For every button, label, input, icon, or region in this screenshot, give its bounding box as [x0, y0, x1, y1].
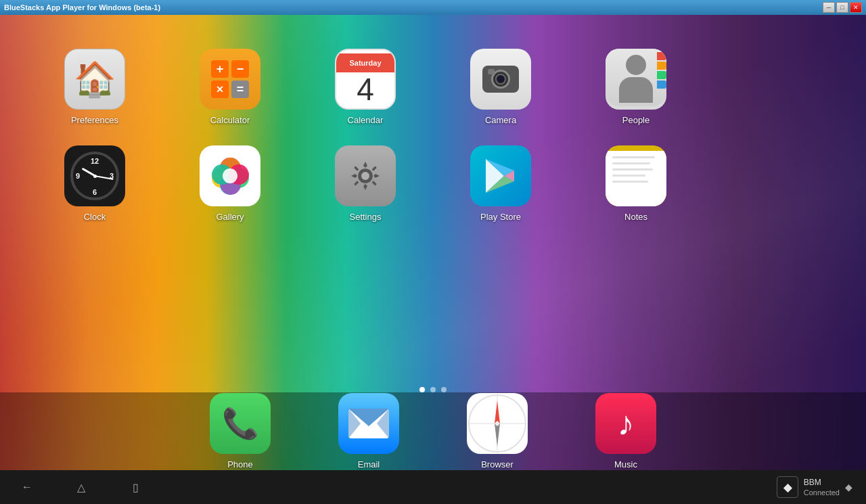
- calc-grid: + − × =: [211, 60, 249, 98]
- bbm-info: BBM Connected: [804, 478, 840, 497]
- dock-item-browser[interactable]: Browser: [460, 386, 534, 476]
- app-item-camera[interactable]: Camera: [433, 42, 568, 132]
- app-item-preferences[interactable]: 🏠 Preferences: [27, 42, 162, 132]
- dock: 📞 Phone Email: [0, 392, 866, 470]
- clock-face: 12 3 6 9: [70, 152, 119, 200]
- person-main: [619, 55, 653, 103]
- dock-item-phone[interactable]: 📞 Phone: [203, 386, 277, 476]
- restore-button[interactable]: □: [836, 2, 848, 13]
- bbm-icon: ◆: [777, 476, 798, 498]
- clock-label: Clock: [84, 212, 106, 222]
- phone-symbol: 📞: [222, 406, 259, 441]
- recents-button[interactable]: ▯: [122, 477, 149, 497]
- notes-icon: [606, 145, 666, 206]
- settings-icon: [335, 145, 396, 206]
- titlebar-controls: ─ □ ✕: [823, 2, 862, 13]
- calendar-date: 4: [357, 74, 374, 105]
- note-line-2: [612, 162, 650, 164]
- camera-body: [482, 66, 519, 93]
- people-label: People: [622, 115, 650, 125]
- page-dot-3[interactable]: [441, 387, 447, 392]
- notes-body: [606, 151, 666, 206]
- app-item-calculator[interactable]: + − × = Calculator: [162, 42, 298, 132]
- app-item-calendar[interactable]: Saturday 4 Calendar: [298, 42, 433, 132]
- gallery-flower: [208, 154, 252, 198]
- app-item-settings[interactable]: Settings: [298, 139, 433, 229]
- dock-item-email[interactable]: Email: [332, 386, 406, 476]
- preferences-label: Preferences: [71, 115, 118, 125]
- page-dot-1[interactable]: [419, 387, 425, 392]
- calculator-icon: + − × =: [200, 49, 260, 110]
- gallery-label: Gallery: [216, 212, 244, 222]
- system-bar: ← △ ▯ ◆ BBM Connected ◆: [0, 470, 866, 504]
- titlebar-title: BlueStacks App Player for Windows (beta-…: [4, 3, 160, 12]
- phone-label: Phone: [227, 459, 253, 469]
- music-label: Music: [614, 459, 637, 469]
- main-app-area: 🏠 Preferences + − × = Calculator Saturda…: [0, 15, 866, 504]
- people-icon: [606, 49, 666, 110]
- titlebar: BlueStacks App Player for Windows (beta-…: [0, 0, 866, 15]
- calc-plus: +: [211, 60, 229, 78]
- calendar-label: Calendar: [348, 115, 384, 125]
- clock-icon: 12 3 6 9: [64, 145, 125, 206]
- notes-label: Notes: [624, 212, 647, 222]
- email-icon: [338, 393, 399, 454]
- calc-times: ×: [211, 81, 229, 98]
- gear-svg: [345, 156, 386, 196]
- page-indicators: [419, 387, 447, 392]
- bbm-status: Connected: [804, 488, 840, 497]
- playstore-label: Play Store: [480, 212, 521, 222]
- back-button[interactable]: ←: [14, 477, 41, 497]
- clock-num-9: 9: [76, 172, 80, 180]
- camera-flash: [488, 69, 495, 74]
- minimize-button[interactable]: ─: [823, 2, 835, 13]
- person-head: [626, 55, 646, 75]
- calculator-label: Calculator: [210, 115, 250, 125]
- bbm-logo: ◆: [783, 481, 792, 494]
- playstore-svg: [480, 156, 521, 196]
- app-grid: 🏠 Preferences + − × = Calculator Saturda…: [0, 28, 866, 262]
- clock-num-12: 12: [91, 157, 99, 165]
- calendar-icon: Saturday 4: [335, 49, 396, 110]
- browser-svg: [468, 394, 527, 453]
- camera-icon: [470, 49, 531, 110]
- email-label: Email: [358, 459, 380, 469]
- people-bg: [606, 49, 666, 106]
- clock-num-6: 6: [93, 188, 97, 196]
- music-icon: ♪: [595, 393, 656, 454]
- notes-top-bar: [606, 145, 666, 151]
- camera-label: Camera: [485, 115, 516, 125]
- browser-icon: [467, 393, 528, 454]
- dock-item-music[interactable]: ♪ Music: [589, 386, 663, 476]
- note-line-5: [612, 181, 648, 183]
- preferences-icon: 🏠: [64, 49, 125, 110]
- email-svg: [348, 409, 389, 438]
- app-item-gallery[interactable]: Gallery: [162, 139, 298, 229]
- music-note: ♪: [618, 404, 635, 443]
- settings-label: Settings: [350, 212, 382, 222]
- gallery-icon: [200, 145, 260, 206]
- close-button[interactable]: ✕: [850, 2, 862, 13]
- home-button[interactable]: △: [68, 477, 95, 497]
- app-item-people[interactable]: People: [568, 42, 704, 132]
- calc-minus: −: [231, 60, 249, 78]
- svg-point-1: [361, 172, 369, 180]
- contact-tabs: [657, 52, 666, 89]
- bbm-area: ◆ BBM Connected ◆: [777, 476, 852, 498]
- calc-equals: =: [231, 81, 249, 98]
- house-icon: 🏠: [74, 62, 116, 96]
- nav-buttons: ← △ ▯: [14, 477, 149, 497]
- note-line-3: [612, 168, 653, 170]
- clock-center: [93, 175, 97, 178]
- page-dot-2[interactable]: [430, 387, 436, 392]
- app-item-notes[interactable]: Notes: [568, 139, 704, 229]
- bbm-notification-icon: ◆: [845, 482, 852, 492]
- app-item-playstore[interactable]: Play Store: [433, 139, 568, 229]
- browser-label: Browser: [481, 459, 514, 469]
- phone-icon: 📞: [210, 393, 271, 454]
- camera-lens-inner: [495, 74, 506, 85]
- app-item-clock[interactable]: 12 3 6 9 Clock: [27, 139, 162, 229]
- note-line-1: [612, 156, 655, 158]
- person-body: [619, 77, 653, 103]
- petal-center: [223, 168, 237, 183]
